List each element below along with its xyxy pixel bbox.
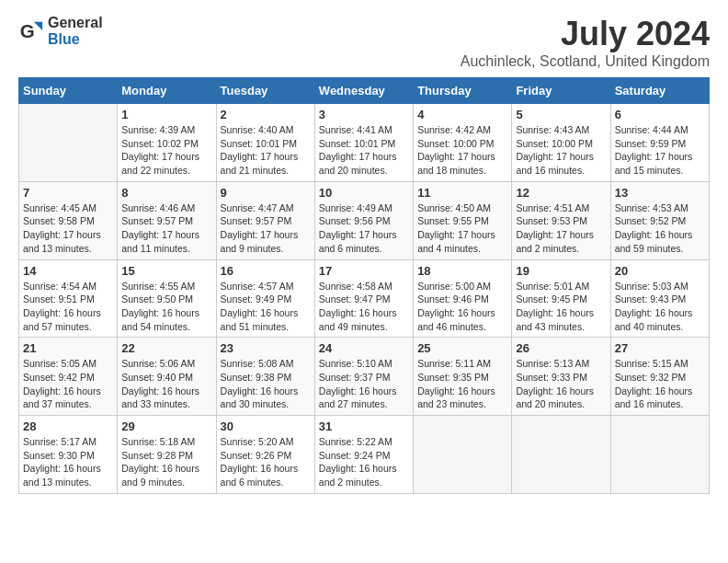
day-number: 19 <box>516 264 606 278</box>
cell-text-line: and 16 minutes. <box>516 165 585 176</box>
calendar-title: July 2024 <box>461 15 710 53</box>
calendar-cell: 23Sunrise: 5:08 AMSunset: 9:38 PMDayligh… <box>216 338 314 416</box>
day-header-saturday: Saturday <box>610 78 709 104</box>
day-number: 28 <box>23 419 113 433</box>
week-row-5: 28Sunrise: 5:17 AMSunset: 9:30 PMDayligh… <box>19 416 710 494</box>
cell-content: Sunrise: 4:55 AMSunset: 9:50 PMDaylight:… <box>121 280 211 334</box>
cell-text-line: Sunset: 9:52 PM <box>615 215 687 226</box>
cell-text-line: Daylight: 16 hours <box>221 307 299 318</box>
cell-text-line: Daylight: 16 hours <box>23 385 101 396</box>
cell-text-line: and 16 minutes. <box>615 398 684 409</box>
cell-text-line: Sunrise: 5:17 AM <box>23 436 97 447</box>
cell-text-line: Sunset: 9:37 PM <box>319 372 391 383</box>
day-number: 26 <box>516 341 606 355</box>
cell-content: Sunrise: 5:22 AMSunset: 9:24 PMDaylight:… <box>319 435 409 489</box>
cell-text-line: Sunset: 10:00 PM <box>516 138 592 149</box>
cell-text-line: Sunset: 9:46 PM <box>417 293 489 304</box>
calendar-subtitle: Auchinleck, Scotland, United Kingdom <box>461 53 710 70</box>
cell-text-line: Daylight: 16 hours <box>615 307 693 318</box>
week-row-2: 7Sunrise: 4:45 AMSunset: 9:58 PMDaylight… <box>19 181 710 259</box>
calendar-cell: 11Sunrise: 4:50 AMSunset: 9:55 PMDayligh… <box>414 181 512 259</box>
cell-text-line: Daylight: 16 hours <box>121 307 199 318</box>
cell-content: Sunrise: 5:03 AMSunset: 9:43 PMDaylight:… <box>615 280 705 334</box>
cell-content: Sunrise: 5:01 AMSunset: 9:45 PMDaylight:… <box>516 280 606 334</box>
cell-text-line: Sunrise: 4:40 AM <box>221 124 294 135</box>
cell-text-line: and 49 minutes. <box>319 321 388 332</box>
calendar-cell <box>414 416 512 494</box>
cell-content: Sunrise: 4:57 AMSunset: 9:49 PMDaylight:… <box>221 280 311 334</box>
cell-text-line: Sunrise: 5:20 AM <box>221 436 294 447</box>
cell-text-line: Sunrise: 5:00 AM <box>417 281 491 292</box>
cell-content: Sunrise: 5:06 AMSunset: 9:40 PMDaylight:… <box>121 357 211 411</box>
week-row-4: 21Sunrise: 5:05 AMSunset: 9:42 PMDayligh… <box>19 338 710 416</box>
cell-text-line: and 27 minutes. <box>319 398 388 409</box>
cell-text-line: Daylight: 17 hours <box>417 151 495 162</box>
title-area: July 2024 Auchinleck, Scotland, United K… <box>461 15 710 70</box>
cell-text-line: and 9 minutes. <box>221 243 284 254</box>
cell-content: Sunrise: 4:47 AMSunset: 9:57 PMDaylight:… <box>221 201 311 256</box>
week-row-3: 14Sunrise: 4:54 AMSunset: 9:51 PMDayligh… <box>19 259 710 338</box>
days-of-week-row: SundayMondayTuesdayWednesdayThursdayFrid… <box>19 78 710 104</box>
cell-text-line: Sunrise: 5:03 AM <box>615 281 688 292</box>
cell-content: Sunrise: 4:49 AMSunset: 9:56 PMDaylight:… <box>319 201 409 256</box>
cell-text-line: Sunrise: 4:49 AM <box>319 202 392 213</box>
cell-text-line: Daylight: 16 hours <box>516 307 594 318</box>
cell-text-line: Sunrise: 4:51 AM <box>516 202 589 213</box>
day-number: 7 <box>23 186 113 200</box>
cell-text-line: and 2 minutes. <box>516 243 579 254</box>
cell-content: Sunrise: 5:05 AMSunset: 9:42 PMDaylight:… <box>23 357 113 411</box>
cell-content: Sunrise: 5:20 AMSunset: 9:26 PMDaylight:… <box>221 435 311 489</box>
cell-text-line: Sunrise: 4:54 AM <box>23 281 97 292</box>
cell-content: Sunrise: 4:39 AMSunset: 10:02 PMDaylight… <box>121 123 211 178</box>
cell-text-line: Sunset: 9:43 PM <box>615 293 687 304</box>
day-number: 25 <box>417 341 507 355</box>
cell-text-line: and 6 minutes. <box>221 477 284 488</box>
cell-text-line: Daylight: 17 hours <box>121 151 199 162</box>
cell-text-line: Sunset: 9:57 PM <box>221 215 292 226</box>
cell-text-line: and 13 minutes. <box>23 243 92 254</box>
cell-text-line: Daylight: 17 hours <box>516 151 594 162</box>
cell-text-line: Sunrise: 5:08 AM <box>221 358 294 369</box>
calendar-cell: 12Sunrise: 4:51 AMSunset: 9:53 PMDayligh… <box>512 181 610 259</box>
calendar-cell: 21Sunrise: 5:05 AMSunset: 9:42 PMDayligh… <box>19 338 118 416</box>
calendar-cell <box>19 104 118 182</box>
cell-content: Sunrise: 5:00 AMSunset: 9:46 PMDaylight:… <box>417 280 507 334</box>
day-number: 31 <box>319 419 409 433</box>
calendar-cell: 19Sunrise: 5:01 AMSunset: 9:45 PMDayligh… <box>512 259 610 338</box>
cell-content: Sunrise: 4:50 AMSunset: 9:55 PMDaylight:… <box>417 201 507 256</box>
cell-text-line: Sunrise: 4:45 AM <box>23 202 97 213</box>
calendar-cell: 20Sunrise: 5:03 AMSunset: 9:43 PMDayligh… <box>610 259 709 338</box>
week-row-1: 1Sunrise: 4:39 AMSunset: 10:02 PMDayligh… <box>19 104 710 182</box>
cell-text-line: Sunset: 10:00 PM <box>417 138 494 149</box>
cell-content: Sunrise: 4:41 AMSunset: 10:01 PMDaylight… <box>319 123 409 178</box>
cell-content: Sunrise: 5:18 AMSunset: 9:28 PMDaylight:… <box>121 435 211 489</box>
cell-text-line: Sunset: 9:53 PM <box>516 215 587 226</box>
cell-text-line: Sunset: 9:40 PM <box>121 372 193 383</box>
day-number: 14 <box>23 264 113 278</box>
cell-text-line: and 22 minutes. <box>121 165 190 176</box>
logo-general-text: General <box>48 15 103 30</box>
cell-text-line: Daylight: 17 hours <box>221 229 299 240</box>
cell-text-line: Daylight: 16 hours <box>615 229 693 240</box>
calendar-cell: 7Sunrise: 4:45 AMSunset: 9:58 PMDaylight… <box>19 181 118 259</box>
cell-text-line: Daylight: 17 hours <box>417 229 495 240</box>
calendar-cell: 10Sunrise: 4:49 AMSunset: 9:56 PMDayligh… <box>314 181 413 259</box>
calendar-cell: 27Sunrise: 5:15 AMSunset: 9:32 PMDayligh… <box>610 338 709 416</box>
cell-text-line: and 23 minutes. <box>417 398 486 409</box>
cell-text-line: Sunrise: 4:58 AM <box>319 281 392 292</box>
day-number: 23 <box>221 341 311 355</box>
day-number: 18 <box>417 264 507 278</box>
calendar-cell: 3Sunrise: 4:41 AMSunset: 10:01 PMDayligh… <box>314 104 413 182</box>
cell-text-line: Daylight: 17 hours <box>319 229 397 240</box>
calendar-cell: 14Sunrise: 4:54 AMSunset: 9:51 PMDayligh… <box>19 259 118 338</box>
cell-text-line: and 20 minutes. <box>319 165 388 176</box>
cell-text-line: and 6 minutes. <box>319 243 382 254</box>
cell-text-line: Daylight: 16 hours <box>319 385 397 396</box>
cell-text-line: and 51 minutes. <box>221 321 290 332</box>
day-number: 9 <box>221 186 311 200</box>
cell-text-line: Sunrise: 4:55 AM <box>121 281 195 292</box>
calendar-cell: 25Sunrise: 5:11 AMSunset: 9:35 PMDayligh… <box>414 338 512 416</box>
day-header-monday: Monday <box>118 78 216 104</box>
cell-text-line: Sunset: 9:38 PM <box>221 372 292 383</box>
calendar-cell: 1Sunrise: 4:39 AMSunset: 10:02 PMDayligh… <box>118 104 216 182</box>
